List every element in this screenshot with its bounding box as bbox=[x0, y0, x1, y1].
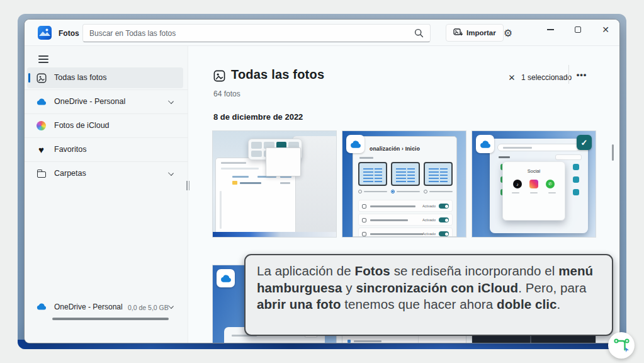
annotation-tooltip: La aplicación de Fotos se rediseña incor… bbox=[244, 254, 613, 336]
title-bar: Fotos Importar ⚙ ✕ bbox=[25, 20, 619, 46]
all-photos-header-icon bbox=[213, 70, 225, 84]
chevron-down-icon[interactable] bbox=[169, 171, 174, 176]
sidebar-item-todas-las-fotos[interactable]: Todas las fotos bbox=[25, 66, 188, 89]
icloud-photos-icon bbox=[36, 120, 47, 131]
chevron-down-icon[interactable] bbox=[169, 99, 174, 104]
selected-accent-bar bbox=[28, 73, 30, 83]
tooltip-text: La aplicación de Fotos se rediseña incor… bbox=[257, 263, 601, 313]
social-folder-label: Social bbox=[503, 168, 565, 174]
storage-account-label: OneDrive - Personal bbox=[54, 302, 123, 311]
instagram-icon bbox=[529, 180, 538, 188]
onedrive-sync-badge bbox=[346, 135, 364, 153]
sidebar-item-label: Fotos de iCloud bbox=[54, 121, 110, 130]
page-title: Todas las fotos bbox=[231, 67, 324, 82]
sidebar-item-label: Carpetas bbox=[54, 169, 86, 178]
divider bbox=[568, 65, 569, 84]
settings-gear-icon[interactable]: ⚙ bbox=[498, 23, 518, 43]
sidebar: Todas las fotos OneDrive - Personal Foto… bbox=[25, 46, 188, 343]
close-button[interactable]: ✕ bbox=[592, 20, 619, 40]
sidebar-nav: Todas las fotos OneDrive - Personal Foto… bbox=[25, 66, 188, 185]
date-group-header: 8 de diciembre de 2022 bbox=[213, 112, 303, 122]
onedrive-cloud-icon bbox=[36, 96, 47, 107]
sidebar-item-label: Favoritos bbox=[54, 145, 86, 154]
storage-usage: 0,0 de 5,0 GB bbox=[128, 304, 169, 311]
photo-thumbnail-explorer[interactable] bbox=[213, 131, 336, 237]
toggle-on-icon bbox=[439, 231, 449, 236]
sidebar-resize-handle[interactable] bbox=[186, 181, 191, 191]
onedrive-sync-badge bbox=[217, 269, 235, 287]
toggle-on-icon bbox=[439, 217, 449, 222]
import-icon bbox=[453, 28, 463, 38]
sidebar-item-label: OneDrive - Personal bbox=[54, 97, 125, 106]
thumbnail-breadcrumb: onalización › Inicio bbox=[370, 146, 420, 152]
channel-logo bbox=[608, 332, 635, 359]
thumbnail-social-folder: Social ♪ ✆ bbox=[502, 161, 565, 221]
search-box bbox=[82, 24, 431, 42]
onedrive-cloud-icon bbox=[36, 301, 47, 312]
search-icon[interactable] bbox=[414, 28, 424, 38]
storage-progress-bar bbox=[52, 318, 169, 320]
maximize-button[interactable] bbox=[564, 20, 592, 40]
sidebar-item-label: Todas las fotos bbox=[54, 73, 106, 82]
app-title: Fotos bbox=[59, 29, 79, 38]
photo-thumbnail-settings[interactable]: onalización › Inicio Activado Activado A… bbox=[342, 131, 466, 237]
photo-count: 64 fotos bbox=[213, 89, 240, 98]
selection-count: 1 seleccionado bbox=[521, 73, 572, 82]
selected-check-badge[interactable]: ✓ bbox=[577, 135, 592, 150]
window-controls: ✕ bbox=[536, 20, 619, 40]
photos-app-icon bbox=[38, 26, 52, 40]
clear-selection-icon[interactable]: ✕ bbox=[505, 71, 519, 84]
minimize-button[interactable] bbox=[536, 20, 564, 40]
heart-icon: ♥ bbox=[36, 144, 47, 155]
sidebar-item-icloud[interactable]: Fotos de iCloud bbox=[25, 114, 188, 137]
all-photos-icon bbox=[36, 72, 47, 83]
toggle-on-icon bbox=[439, 204, 449, 209]
onedrive-sync-badge bbox=[476, 135, 494, 153]
sidebar-item-onedrive[interactable]: OneDrive - Personal bbox=[25, 90, 188, 113]
desktop-background: Fotos Importar ⚙ ✕ bbox=[18, 14, 626, 349]
sidebar-item-carpetas[interactable]: Carpetas bbox=[25, 162, 188, 185]
tiktok-icon: ♪ bbox=[513, 180, 522, 188]
chevron-down-icon[interactable] bbox=[169, 304, 174, 309]
scrollbar-thumb[interactable] bbox=[612, 144, 614, 161]
see-more-button[interactable]: ••• bbox=[572, 67, 592, 82]
thumbnail-settings-window: onalización › Inicio Activado Activado A… bbox=[353, 136, 457, 237]
import-label: Importar bbox=[466, 29, 496, 37]
whatsapp-icon: ✆ bbox=[546, 180, 555, 188]
photo-thumbnail-startmenu[interactable]: Social ♪ ✆ ✓ bbox=[472, 131, 596, 237]
onedrive-storage[interactable]: OneDrive - Personal 0,0 de 5,0 GB bbox=[25, 300, 188, 325]
import-button[interactable]: Importar bbox=[446, 24, 504, 42]
search-input[interactable] bbox=[89, 25, 404, 42]
folder-icon bbox=[36, 168, 47, 179]
sidebar-item-favoritos[interactable]: ♥ Favoritos bbox=[25, 138, 188, 161]
circuit-t-logo bbox=[612, 336, 631, 355]
